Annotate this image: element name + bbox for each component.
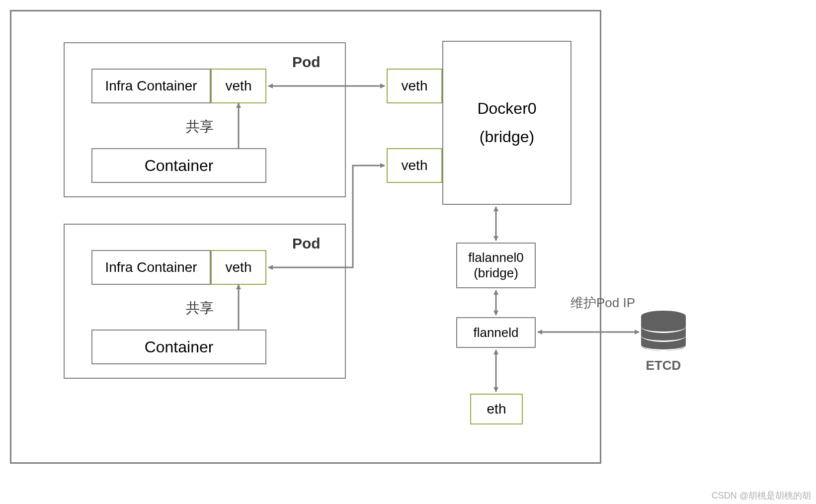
bridge-veth1-label: veth [402, 78, 428, 94]
pod2-share-label: 共享 [186, 299, 214, 318]
maintain-pod-ip-label: 维护Pod IP [571, 294, 635, 312]
docker0-line1: Docker0 [477, 99, 536, 118]
docker0-line2: (bridge) [480, 128, 534, 146]
pod2-title: Pod [292, 235, 321, 252]
pod2-infra-container: Infra Container [91, 250, 211, 285]
watermark: CSDN @胡桃是胡桃的胡 [712, 490, 811, 502]
eth-box: eth [470, 394, 523, 424]
pod2-infra-label: Infra Container [105, 259, 197, 275]
docker0-box: Docker0 (bridge) [442, 41, 571, 205]
pod2-container-label: Container [145, 338, 214, 356]
pod1-infra-label: Infra Container [105, 78, 197, 94]
pod1-veth: veth [211, 69, 266, 103]
pod1-container-label: Container [145, 157, 214, 175]
pod2-container: Container [91, 330, 266, 364]
flanneld-box: flanneld [456, 317, 536, 348]
flannel0-line2: (bridge) [474, 265, 518, 281]
pod1-veth-label: veth [226, 78, 252, 94]
pod1-share-label: 共享 [186, 117, 214, 136]
bridge-veth2: veth [387, 148, 442, 183]
pod1-container: Container [91, 148, 266, 183]
pod2-veth-label: veth [226, 259, 252, 275]
diagram-canvas: Pod Infra Container veth 共享 Container Po… [0, 0, 816, 504]
pod2-veth: veth [211, 250, 266, 285]
flannel0-line1: flalannel0 [468, 250, 523, 265]
eth-label: eth [487, 401, 506, 417]
bridge-veth1: veth [387, 69, 442, 103]
pod1-infra-container: Infra Container [91, 69, 211, 103]
etcd-label: ETCD [639, 358, 688, 373]
pod1-title: Pod [292, 54, 321, 71]
flanneld-label: flanneld [473, 325, 518, 340]
bridge-veth2-label: veth [402, 158, 428, 173]
flannel0-box: flalannel0 (bridge) [456, 243, 536, 288]
